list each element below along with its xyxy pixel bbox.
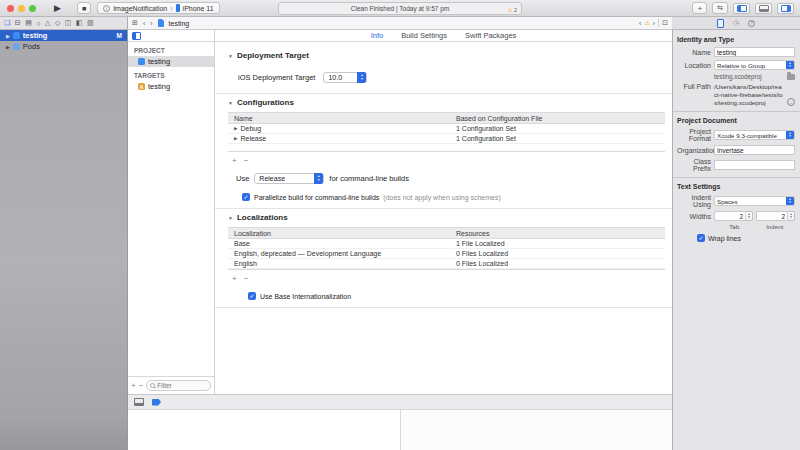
breakpoint-navigator-icon[interactable]: ◧: [76, 19, 83, 27]
navigator-item-label[interactable]: testing: [23, 31, 48, 40]
test-navigator-icon[interactable]: ◇: [55, 19, 60, 27]
disclosure-right-icon[interactable]: ▶: [234, 136, 237, 141]
section-localizations[interactable]: ▼ Localizations: [228, 213, 665, 222]
stepper-arrows-icon[interactable]: [788, 211, 795, 221]
toggle-projects-list-icon[interactable]: [132, 32, 141, 40]
zoom-window-button[interactable]: [29, 5, 36, 12]
navigator-item-label[interactable]: Pods: [23, 42, 40, 51]
prev-issue-button[interactable]: ‹: [639, 20, 641, 27]
tab-width-field[interactable]: [714, 211, 746, 221]
sidebar-item-project-testing[interactable]: testing: [128, 56, 214, 67]
go-forward-button[interactable]: ›: [150, 20, 152, 27]
config-name[interactable]: Debug: [240, 125, 261, 132]
related-items-icon[interactable]: ⊞: [132, 19, 138, 27]
remove-localization-button[interactable]: −: [244, 275, 249, 283]
issue-navigator-icon[interactable]: △: [45, 19, 50, 27]
editor-arrows-button[interactable]: ⇆: [712, 2, 728, 14]
localization-name[interactable]: Base: [228, 240, 454, 247]
organization-field[interactable]: [714, 145, 795, 155]
add-target-button[interactable]: +: [131, 382, 136, 390]
close-window-button[interactable]: [7, 5, 14, 12]
scheme-selector[interactable]: i ImageNotification › iPhone 11: [97, 2, 219, 14]
tab-swift-packages[interactable]: Swift Packages: [465, 31, 516, 40]
minimize-window-button[interactable]: [18, 5, 25, 12]
warning-badge[interactable]: ⚠ 2: [508, 7, 517, 13]
symbol-navigator-icon[interactable]: ▤: [25, 19, 32, 27]
stop-button[interactable]: ■: [77, 2, 91, 14]
next-issue-button[interactable]: ›: [653, 20, 655, 27]
hide-debug-area-button[interactable]: [134, 398, 144, 406]
sidebar-item-target-testing[interactable]: A testing: [128, 81, 214, 92]
variables-view[interactable]: [128, 410, 400, 450]
localization-resources[interactable]: 0 Files Localized: [454, 250, 665, 257]
table-row[interactable]: ▶Release 1 Configuration Set: [228, 134, 665, 144]
history-inspector-tab[interactable]: ◷: [733, 19, 739, 27]
config-name[interactable]: Release: [240, 135, 266, 142]
wrap-lines-checkbox[interactable]: [697, 234, 705, 242]
indent-using-select[interactable]: Spaces: [714, 196, 795, 206]
table-row[interactable]: English 0 Files Localized: [228, 259, 665, 269]
table-row[interactable]: English, deprecated — Development Langua…: [228, 249, 665, 259]
ios-deployment-target-select[interactable]: 10.0: [323, 72, 367, 83]
filter-field[interactable]: [146, 380, 211, 391]
tab-width-stepper[interactable]: [714, 211, 753, 221]
disclosure-down-icon[interactable]: ▼: [228, 53, 233, 59]
quick-help-inspector-tab[interactable]: ?: [748, 20, 755, 27]
section-configurations[interactable]: ▼ Configurations: [228, 98, 665, 107]
indent-width-field[interactable]: [756, 211, 788, 221]
file-inspector-tab[interactable]: [717, 19, 724, 28]
jumpbar-file-name[interactable]: testing: [169, 20, 190, 27]
go-back-button[interactable]: ‹: [143, 20, 145, 27]
stepper-arrows-icon[interactable]: [746, 211, 753, 221]
navigator-item-pods[interactable]: ▶ Pods: [0, 41, 127, 52]
toggle-debug-area-button[interactable]: [755, 3, 772, 14]
disclosure-triangle-icon[interactable]: ▶: [6, 44, 10, 50]
debug-navigator-icon[interactable]: ◫: [65, 19, 72, 27]
section-deployment-target[interactable]: ▼ Deployment Target: [228, 51, 665, 60]
command-line-config-select[interactable]: Release: [254, 173, 324, 184]
location-select[interactable]: Relative to Group: [714, 60, 795, 70]
run-button[interactable]: ▶: [54, 4, 61, 13]
name-field[interactable]: [714, 47, 795, 57]
config-file[interactable]: 1 Configuration Set: [454, 135, 665, 142]
localization-resources[interactable]: 1 File Localized: [454, 240, 665, 247]
scheme-device-label[interactable]: iPhone 11: [183, 5, 214, 12]
breakpoints-toggle-icon[interactable]: [152, 399, 161, 406]
add-localization-button[interactable]: +: [232, 275, 237, 283]
disclosure-triangle-icon[interactable]: ▶: [6, 33, 10, 39]
console-view[interactable]: [400, 410, 672, 450]
config-file[interactable]: 1 Configuration Set: [454, 125, 665, 132]
parallelize-checkbox[interactable]: [242, 193, 250, 201]
remove-configuration-button[interactable]: −: [244, 157, 249, 165]
editor-options-icon[interactable]: ⊡: [662, 19, 668, 27]
add-configuration-button[interactable]: +: [232, 157, 237, 165]
disclosure-down-icon[interactable]: ▼: [228, 215, 233, 221]
choose-folder-icon[interactable]: [787, 74, 795, 80]
filter-input[interactable]: [157, 382, 207, 389]
project-format-select[interactable]: Xcode 9.3-compatible: [714, 130, 795, 140]
localization-resources[interactable]: 0 Files Localized: [454, 260, 665, 267]
table-row[interactable]: Base 1 File Localized: [228, 239, 665, 249]
localization-name[interactable]: English, deprecated — Development Langua…: [228, 250, 454, 257]
issue-warning-icon[interactable]: ⚠: [644, 20, 649, 26]
remove-target-button[interactable]: −: [139, 382, 144, 390]
tab-info[interactable]: Info: [371, 31, 384, 40]
project-navigator-icon[interactable]: ❏: [4, 19, 10, 27]
source-control-navigator-icon[interactable]: ⊟: [15, 19, 21, 27]
localization-name[interactable]: English: [228, 260, 454, 267]
class-prefix-field[interactable]: [714, 160, 795, 170]
target-name-label[interactable]: testing: [148, 82, 170, 91]
tab-build-settings[interactable]: Build Settings: [401, 31, 447, 40]
project-name-label[interactable]: testing: [148, 57, 170, 66]
indent-width-stepper[interactable]: [756, 211, 795, 221]
scheme-target-label[interactable]: ImageNotification: [113, 5, 167, 12]
library-add-button[interactable]: +: [692, 2, 707, 14]
disclosure-down-icon[interactable]: ▼: [228, 100, 233, 106]
disclosure-right-icon[interactable]: ▶: [234, 126, 237, 131]
navigator-item-testing[interactable]: ▶ testing M: [0, 30, 127, 41]
toggle-inspector-button[interactable]: [777, 3, 794, 14]
toggle-navigator-button[interactable]: [733, 3, 750, 14]
find-navigator-icon[interactable]: ○: [36, 20, 40, 27]
table-row[interactable]: ▶Debug 1 Configuration Set: [228, 124, 665, 134]
report-navigator-icon[interactable]: ▥: [87, 19, 94, 27]
